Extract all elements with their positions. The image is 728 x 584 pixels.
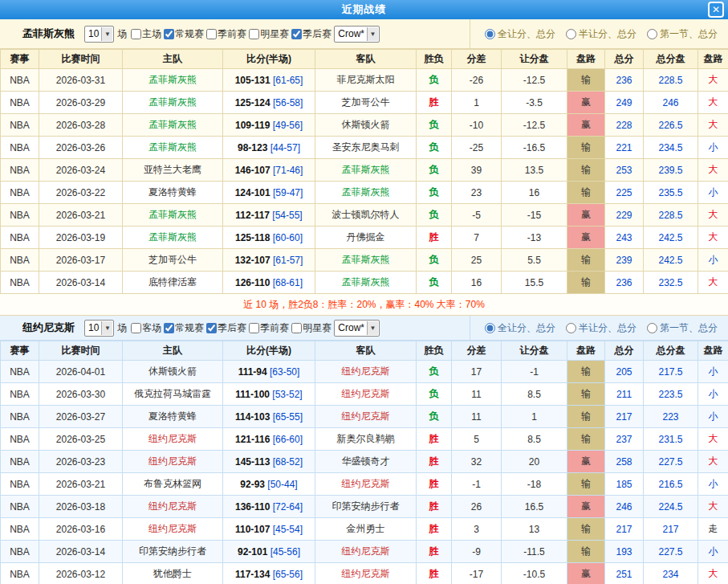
final-score: 124-101	[235, 187, 270, 198]
game-row: NBA2026-03-26孟菲斯灰熊98-123 [44-57]圣安东尼奥马刺负…	[1, 137, 728, 159]
column-header: 让分盘	[502, 50, 567, 69]
home-team-cell: 孟菲斯灰熊	[123, 114, 223, 137]
away-team-cell: 纽约尼克斯	[315, 383, 417, 406]
table-body: NBA2026-04-01休斯顿火箭111-94 [63-50]纽约尼克斯负17…	[1, 361, 728, 584]
odds-company-select[interactable]: Crow* ▼	[334, 320, 380, 337]
home-team-cell: 孟菲斯灰熊	[123, 227, 223, 249]
filter-checkbox[interactable]: 客场	[131, 321, 161, 335]
radio-input[interactable]	[647, 323, 657, 333]
market-radio[interactable]: 半让分、总分	[566, 27, 636, 41]
score-cell: 98-123 [44-57]	[223, 137, 315, 159]
team-name: 孟菲斯灰熊	[22, 27, 75, 41]
date-cell: 2026-03-19	[39, 227, 123, 249]
checkbox-input[interactable]	[131, 323, 141, 333]
over-under-cell: 小	[698, 137, 728, 159]
checkbox-input[interactable]	[164, 29, 174, 39]
market-radio[interactable]: 全让分、总分	[485, 27, 555, 41]
games-count-select[interactable]: 10 ▼	[84, 26, 114, 43]
games-count-select[interactable]: 10 ▼	[84, 320, 114, 337]
half-score: [45-54]	[273, 524, 303, 535]
checkbox-label: 客场	[142, 321, 161, 335]
checkbox-input[interactable]	[249, 323, 259, 333]
close-button[interactable]: ✕	[708, 2, 724, 18]
final-score: 126-110	[235, 277, 270, 288]
total-points-cell: 253	[605, 159, 644, 182]
handicap-cell: -16.5	[502, 137, 567, 159]
filter-checkbox[interactable]: 明星赛	[249, 27, 289, 41]
odds-company-select[interactable]: Crow* ▼	[334, 26, 380, 43]
total-line-cell: 217.5	[644, 361, 698, 383]
result-cell: 胜	[417, 518, 452, 541]
radio-input[interactable]	[647, 29, 657, 39]
filter-bar: 纽约尼克斯 10 ▼ 场 客场常规赛季后赛季前赛明星赛 Crow* ▼ 全让分、…	[0, 316, 728, 341]
total-line-cell: 227.5	[644, 451, 698, 473]
score-cell: 124-101 [59-47]	[223, 182, 315, 204]
point-diff-cell: 3	[452, 518, 502, 541]
home-team-cell: 布鲁克林篮网	[123, 473, 223, 496]
checkbox-input[interactable]	[164, 323, 174, 333]
final-score: 92-93	[240, 479, 265, 490]
handicap-cell: 16.5	[502, 496, 567, 518]
filter-checkbox[interactable]: 常规赛	[164, 321, 204, 335]
column-header: 让分盘	[502, 341, 567, 361]
column-header: 盘路	[567, 50, 605, 69]
games-suffix: 场	[117, 27, 127, 41]
handicap-cell: 13.5	[502, 159, 567, 182]
radio-input[interactable]	[485, 29, 495, 39]
total-points-cell: 249	[605, 92, 644, 114]
market-radio[interactable]: 半让分、总分	[566, 321, 636, 335]
game-row: NBA2026-03-27夏洛特黄蜂114-103 [65-55]纽约尼克斯负1…	[1, 406, 728, 428]
column-header: 盘路	[698, 50, 728, 69]
title-bar: 近期战绩 ✕	[0, 0, 728, 19]
point-diff-cell: -17	[452, 563, 502, 584]
total-points-cell: 221	[605, 137, 644, 159]
filter-checkbox[interactable]: 常规赛	[164, 27, 204, 41]
away-team-cell: 金州勇士	[315, 518, 417, 541]
away-team-cell: 纽约尼克斯	[315, 361, 417, 383]
handicap-result-cell: 输	[567, 137, 605, 159]
result-cell: 负	[417, 361, 452, 383]
checkbox-input[interactable]	[206, 323, 217, 333]
game-row: NBA2026-03-16纽约尼克斯110-107 [45-54]金州勇士胜31…	[1, 518, 728, 541]
market-radio[interactable]: 第一节、总分	[647, 321, 718, 335]
handicap-cell: 8.5	[502, 428, 567, 451]
half-score: [71-46]	[273, 165, 303, 176]
point-diff-cell: 26	[452, 496, 502, 518]
league-cell: NBA	[1, 69, 39, 92]
away-team-cell: 华盛顿奇才	[315, 451, 417, 473]
game-row: NBA2026-03-22夏洛特黄蜂124-101 [59-47]孟菲斯灰熊负2…	[1, 182, 728, 204]
radio-input[interactable]	[485, 323, 495, 333]
checkbox-input[interactable]	[291, 29, 302, 39]
final-score: 109-119	[235, 120, 270, 131]
handicap-cell: 5.5	[502, 249, 567, 272]
score-cell: 110-107 [45-54]	[223, 518, 315, 541]
half-score: [45-56]	[270, 546, 300, 557]
team-section-away: 纽约尼克斯 10 ▼ 场 客场常规赛季后赛季前赛明星赛 Crow* ▼ 全让分、…	[0, 316, 728, 584]
radio-input[interactable]	[566, 323, 576, 333]
filter-checkbox[interactable]: 季后赛	[291, 27, 331, 41]
market-radio[interactable]: 全让分、总分	[485, 321, 555, 335]
point-diff-cell: -26	[452, 69, 502, 92]
filter-checkbox[interactable]: 季前赛	[249, 321, 289, 335]
score-cell: 125-124 [56-58]	[223, 92, 315, 114]
checkbox-input[interactable]	[291, 323, 302, 333]
checkbox-input[interactable]	[249, 29, 259, 39]
filter-checkbox[interactable]: 主场	[131, 27, 161, 41]
filter-checkbox[interactable]: 明星赛	[291, 321, 331, 335]
filter-checkbox[interactable]: 季后赛	[206, 321, 246, 335]
table-header-row: 赛事比赛时间主队比分(半场)客队胜负分差让分盘盘路总分总分盘盘路	[1, 50, 728, 69]
market-radio[interactable]: 第一节、总分	[647, 27, 718, 41]
score-cell: 111-100 [53-52]	[223, 383, 315, 406]
checkbox-group: 客场常规赛季后赛季前赛明星赛	[131, 321, 334, 335]
half-score: [65-55]	[273, 411, 303, 423]
game-row: NBA2026-03-30俄克拉荷马城雷霆111-100 [53-52]纽约尼克…	[1, 383, 728, 406]
checkbox-input[interactable]	[206, 29, 217, 39]
result-cell: 负	[417, 383, 452, 406]
home-team-cell: 亚特兰大老鹰	[123, 159, 223, 182]
table-body: NBA2026-03-31孟菲斯灰熊105-131 [61-65]菲尼克斯太阳负…	[1, 69, 728, 294]
checkbox-input[interactable]	[131, 29, 141, 39]
radio-input[interactable]	[566, 29, 576, 39]
checkbox-label: 明星赛	[303, 321, 331, 335]
result-cell: 负	[417, 249, 452, 272]
filter-checkbox[interactable]: 季前赛	[206, 27, 246, 41]
